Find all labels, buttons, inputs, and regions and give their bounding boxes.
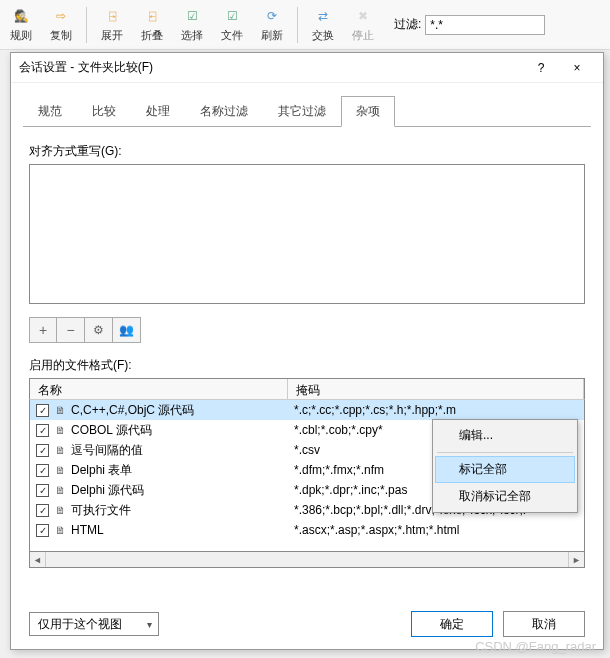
- checkbox-icon[interactable]: ✓: [36, 404, 49, 417]
- toolbar-separator: [86, 7, 87, 43]
- toolbar-swap-button[interactable]: ⇄交换: [308, 4, 338, 45]
- list-header: 名称 掩码: [29, 378, 585, 400]
- expand-icon: ⍈: [102, 6, 122, 26]
- column-mask-header[interactable]: 掩码: [288, 379, 584, 399]
- row-name: 可执行文件: [71, 502, 131, 519]
- rules-icon: 🕵️: [11, 6, 31, 26]
- align-override-textarea[interactable]: [29, 164, 585, 304]
- close-button[interactable]: ×: [559, 54, 595, 82]
- toolbar-refresh-button[interactable]: ⟳刷新: [257, 4, 287, 45]
- gear-icon: ⚙: [93, 323, 104, 337]
- file-icon: 🗎: [53, 523, 67, 537]
- file-icon: 🗎: [53, 403, 67, 417]
- tab-compare[interactable]: 比较: [77, 96, 131, 127]
- row-name: C,C++,C#,ObjC 源代码: [71, 402, 194, 419]
- copy-icon: ⇨: [51, 6, 71, 26]
- context-menu-edit[interactable]: 编辑...: [435, 422, 575, 449]
- scope-dropdown-label: 仅用于这个视图: [38, 616, 122, 633]
- dialog-button-row: 仅用于这个视图 确定 取消: [29, 611, 585, 637]
- checkbox-icon[interactable]: ✓: [36, 484, 49, 497]
- toolbar-files-button[interactable]: ☑文件: [217, 4, 247, 45]
- enabled-formats-label: 启用的文件格式(F):: [29, 357, 585, 374]
- row-name: HTML: [71, 523, 104, 537]
- collapse-icon: ⍇: [142, 6, 162, 26]
- add-button[interactable]: +: [29, 317, 57, 343]
- dialog-tabs: 规范 比较 处理 名称过滤 其它过滤 杂项: [11, 83, 603, 126]
- cancel-button[interactable]: 取消: [503, 611, 585, 637]
- checkbox-icon[interactable]: ✓: [36, 444, 49, 457]
- tab-misc[interactable]: 杂项: [341, 96, 395, 127]
- context-menu-separator: [437, 452, 573, 453]
- table-row[interactable]: ✓🗎HTML*.ascx;*.asp;*.aspx;*.htm;*.html: [30, 520, 584, 540]
- tab-other-filter[interactable]: 其它过滤: [263, 96, 341, 127]
- session-settings-dialog: 会话设置 - 文件夹比较(F) ? × 规范 比较 处理 名称过滤 其它过滤 杂…: [10, 52, 604, 650]
- context-menu-unmark-all[interactable]: 取消标记全部: [435, 483, 575, 510]
- row-mask: *.ascx;*.asp;*.aspx;*.htm;*.html: [288, 523, 584, 537]
- swap-icon: ⇄: [313, 6, 333, 26]
- filter-label: 过滤:: [394, 16, 421, 33]
- horizontal-scrollbar[interactable]: ◄ ►: [29, 552, 585, 568]
- toolbar-separator: [297, 7, 298, 43]
- dialog-title: 会话设置 - 文件夹比较(F): [19, 59, 523, 76]
- mini-button-group: + − ⚙ 👥: [29, 317, 585, 343]
- row-name: COBOL 源代码: [71, 422, 152, 439]
- ok-button[interactable]: 确定: [411, 611, 493, 637]
- checkbox-icon[interactable]: ✓: [36, 424, 49, 437]
- scroll-left-icon[interactable]: ◄: [30, 552, 46, 567]
- table-row[interactable]: ✓🗎C,C++,C#,ObjC 源代码*.c;*.cc;*.cpp;*.cs;*…: [30, 400, 584, 420]
- checkbox-icon[interactable]: ✓: [36, 524, 49, 537]
- remove-button[interactable]: −: [57, 317, 85, 343]
- row-name: Delphi 表单: [71, 462, 132, 479]
- toolbar-stop-button: ✖停止: [348, 4, 378, 45]
- main-toolbar: 🕵️规则 ⇨复制 ⍈展开 ⍇折叠 ☑选择 ☑文件 ⟳刷新 ⇄交换 ✖停止 过滤:: [0, 0, 610, 50]
- tab-name-filter[interactable]: 名称过滤: [185, 96, 263, 127]
- toolbar-select-button[interactable]: ☑选择: [177, 4, 207, 45]
- group-button[interactable]: 👥: [113, 317, 141, 343]
- select-icon: ☑: [182, 6, 202, 26]
- row-name: 逗号间隔的值: [71, 442, 143, 459]
- tab-spec[interactable]: 规范: [23, 96, 77, 127]
- row-mask: *.c;*.cc;*.cpp;*.cs;*.h;*.hpp;*.m: [288, 403, 584, 417]
- dialog-titlebar: 会话设置 - 文件夹比较(F) ? ×: [11, 53, 603, 83]
- toolbar-collapse-button[interactable]: ⍇折叠: [137, 4, 167, 45]
- help-button[interactable]: ?: [523, 54, 559, 82]
- scroll-right-icon[interactable]: ►: [568, 552, 584, 567]
- align-override-label: 对齐方式重写(G):: [29, 143, 585, 160]
- toolbar-expand-button[interactable]: ⍈展开: [97, 4, 127, 45]
- column-name-header[interactable]: 名称: [30, 379, 288, 399]
- refresh-icon: ⟳: [262, 6, 282, 26]
- file-icon: 🗎: [53, 483, 67, 497]
- checkbox-icon[interactable]: ✓: [36, 504, 49, 517]
- toolbar-copy-button[interactable]: ⇨复制: [46, 4, 76, 45]
- filter-input[interactable]: [425, 15, 545, 35]
- context-menu: 编辑... 标记全部 取消标记全部: [432, 419, 578, 513]
- row-name: Delphi 源代码: [71, 482, 144, 499]
- tab-process[interactable]: 处理: [131, 96, 185, 127]
- file-icon: 🗎: [53, 443, 67, 457]
- context-menu-mark-all[interactable]: 标记全部: [435, 456, 575, 483]
- group-icon: 👥: [119, 323, 134, 337]
- settings-button[interactable]: ⚙: [85, 317, 113, 343]
- file-icon: 🗎: [53, 463, 67, 477]
- file-icon: 🗎: [53, 503, 67, 517]
- filter-box: 过滤:: [394, 15, 545, 35]
- files-icon: ☑: [222, 6, 242, 26]
- checkbox-icon[interactable]: ✓: [36, 464, 49, 477]
- scope-dropdown[interactable]: 仅用于这个视图: [29, 612, 159, 636]
- toolbar-rules-button[interactable]: 🕵️规则: [6, 4, 36, 45]
- file-icon: 🗎: [53, 423, 67, 437]
- stop-icon: ✖: [353, 6, 373, 26]
